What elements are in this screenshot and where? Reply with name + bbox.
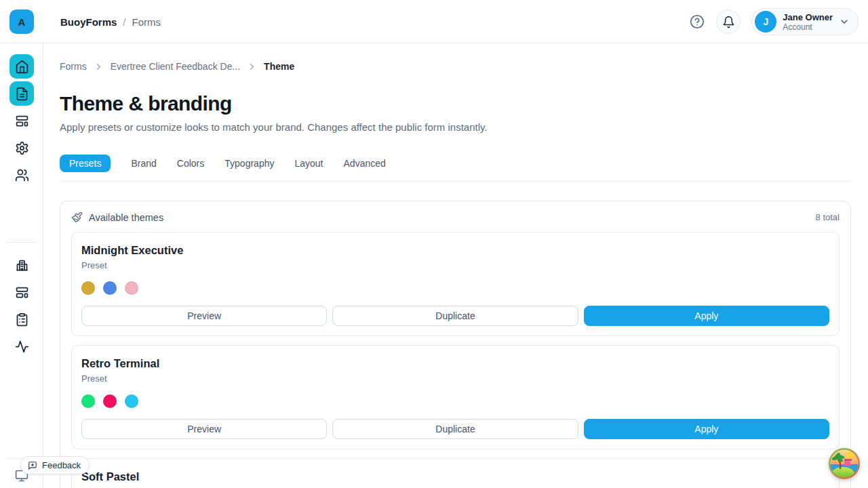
layout-blocks-icon bbox=[15, 114, 29, 128]
chevron-right-icon bbox=[94, 62, 104, 72]
preview-button[interactable]: Preview bbox=[81, 306, 327, 326]
chevron-down-icon bbox=[839, 16, 850, 27]
activity-pulse-icon bbox=[15, 340, 29, 354]
sidebar-divider bbox=[7, 242, 37, 243]
duplicate-button[interactable]: Duplicate bbox=[332, 306, 578, 326]
duplicate-button[interactable]: Duplicate bbox=[332, 419, 578, 439]
topbar-actions: J Jane Owner Account bbox=[689, 0, 859, 43]
sidebar-item-templates[interactable] bbox=[9, 280, 34, 304]
bell-icon bbox=[722, 16, 735, 28]
users-icon bbox=[15, 168, 29, 182]
theme-name: Soft Pastel bbox=[81, 468, 829, 485]
color-swatch bbox=[81, 281, 95, 295]
clipboard-list-icon bbox=[15, 312, 29, 327]
color-swatch bbox=[103, 394, 117, 408]
theme-color-swatches bbox=[81, 281, 829, 295]
sidebar-item-submissions[interactable] bbox=[9, 307, 34, 331]
help-circle-icon[interactable] bbox=[689, 14, 705, 30]
themes-total-count: 8 total bbox=[816, 212, 840, 222]
user-name: Jane Owner bbox=[783, 12, 833, 22]
top-breadcrumb-section[interactable]: Forms bbox=[132, 16, 161, 28]
sidebar-item-home[interactable] bbox=[9, 54, 34, 79]
breadcrumb-item-theme: Theme bbox=[264, 61, 294, 72]
notifications-button[interactable] bbox=[716, 9, 741, 34]
paintbrush-icon bbox=[71, 211, 83, 223]
sidebar-item-settings[interactable] bbox=[9, 136, 34, 160]
tropical-island-button[interactable] bbox=[829, 448, 860, 479]
theme-card: Retro Terminal Preset Preview Duplicate … bbox=[71, 345, 840, 449]
main-content: Forms Evertree Client Feedback De... The… bbox=[43, 43, 868, 488]
breadcrumb-item-form[interactable]: Evertree Client Feedback De... bbox=[111, 61, 240, 72]
user-role: Account bbox=[783, 22, 833, 32]
layout-template-icon bbox=[15, 285, 29, 300]
tab-advanced[interactable]: Advanced bbox=[344, 155, 386, 172]
sidebar-item-organization[interactable] bbox=[9, 253, 34, 277]
apply-button[interactable]: Apply bbox=[584, 419, 829, 439]
theme-card-list: Midnight Executive Preset Preview Duplic… bbox=[60, 232, 850, 488]
preview-button[interactable]: Preview bbox=[81, 419, 327, 439]
sidebar-item-blocks[interactable] bbox=[9, 108, 34, 133]
sidebar-item-forms[interactable] bbox=[9, 81, 34, 106]
building-icon bbox=[15, 258, 29, 272]
color-swatch bbox=[125, 394, 138, 408]
top-bar: A BuoyForms / Forms J Jane Owner Account bbox=[0, 0, 868, 43]
sidebar bbox=[0, 43, 43, 488]
feedback-button[interactable]: Feedback bbox=[20, 456, 90, 474]
page-subtitle: Apply presets or customize looks to matc… bbox=[60, 121, 851, 134]
avatar: J bbox=[755, 11, 776, 33]
theme-type-label: Preset bbox=[81, 260, 829, 272]
chevron-right-icon bbox=[247, 62, 257, 72]
theme-card: Soft Pastel Preset bbox=[71, 458, 840, 488]
theme-card: Midnight Executive Preset Preview Duplic… bbox=[71, 232, 840, 336]
color-swatch bbox=[103, 281, 117, 295]
feedback-label: Feedback bbox=[42, 460, 81, 470]
tab-typography[interactable]: Typography bbox=[224, 155, 274, 172]
settings-gear-icon bbox=[15, 141, 29, 155]
tab-colors[interactable]: Colors bbox=[177, 155, 204, 172]
theme-type-label: Preset bbox=[81, 373, 829, 385]
tab-layout[interactable]: Layout bbox=[294, 155, 323, 172]
tab-bar: Presets Brand Colors Typography Layout A… bbox=[60, 155, 851, 182]
top-breadcrumb: BuoyForms / Forms bbox=[60, 0, 161, 43]
breadcrumb-separator: / bbox=[123, 16, 125, 28]
sidebar-item-activity[interactable] bbox=[9, 334, 34, 359]
breadcrumb-item-forms[interactable]: Forms bbox=[60, 61, 87, 72]
file-text-icon bbox=[15, 87, 29, 101]
page-title: Theme & branding bbox=[60, 92, 851, 115]
tab-presets[interactable]: Presets bbox=[60, 155, 111, 172]
theme-name: Retro Terminal bbox=[81, 355, 829, 371]
brand-name[interactable]: BuoyForms bbox=[60, 16, 117, 28]
theme-name: Midnight Executive bbox=[81, 242, 829, 258]
breadcrumb: Forms Evertree Client Feedback De... The… bbox=[60, 61, 851, 72]
themes-panel-title: Available themes bbox=[89, 212, 163, 223]
tropical-island-icon bbox=[829, 448, 860, 479]
sidebar-item-users[interactable] bbox=[9, 163, 34, 187]
message-square-plus-icon bbox=[28, 461, 37, 470]
app-logo[interactable]: A bbox=[9, 9, 34, 34]
themes-panel: Available themes 8 total Midnight Execut… bbox=[60, 201, 851, 488]
apply-button[interactable]: Apply bbox=[584, 306, 829, 326]
theme-color-swatches bbox=[81, 394, 829, 408]
account-menu[interactable]: J Jane Owner Account bbox=[751, 8, 859, 35]
home-icon bbox=[15, 60, 29, 74]
themes-panel-header: Available themes 8 total bbox=[60, 201, 850, 232]
color-swatch bbox=[125, 281, 138, 295]
tab-brand[interactable]: Brand bbox=[131, 155, 156, 172]
color-swatch bbox=[81, 394, 95, 408]
